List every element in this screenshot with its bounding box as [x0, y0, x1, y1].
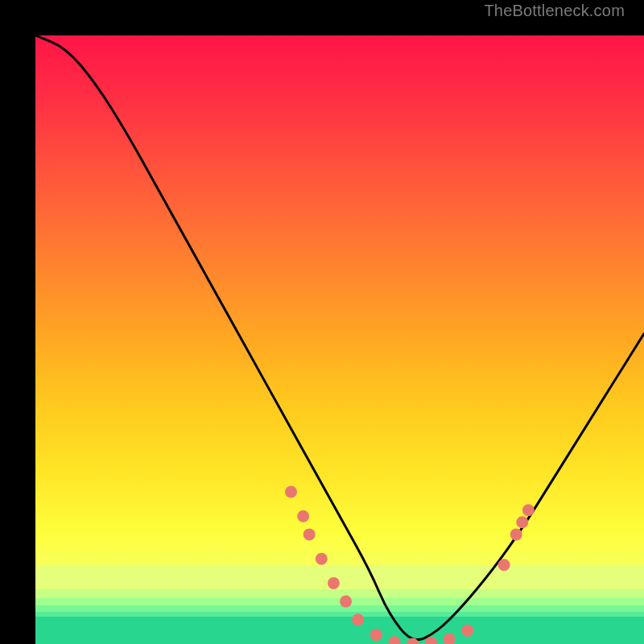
data-marker [444, 633, 456, 644]
data-marker [370, 629, 382, 641]
data-marker [389, 636, 401, 644]
data-marker [522, 504, 535, 516]
data-marker [316, 553, 328, 565]
data-marker [461, 625, 473, 637]
data-marker [510, 528, 522, 540]
data-marker [340, 596, 352, 608]
watermark-label: TheBottleneck.com [484, 2, 625, 20]
data-marker [303, 528, 316, 540]
data-marker [516, 516, 528, 528]
data-marker [285, 486, 297, 498]
data-marker [352, 613, 364, 625]
bottleneck-curve [35, 35, 644, 640]
plot-area [35, 35, 644, 644]
data-marker [328, 577, 340, 589]
data-marker [498, 559, 510, 571]
chart-svg [35, 35, 644, 644]
chart-frame [0, 0, 644, 644]
data-marker [297, 510, 309, 522]
